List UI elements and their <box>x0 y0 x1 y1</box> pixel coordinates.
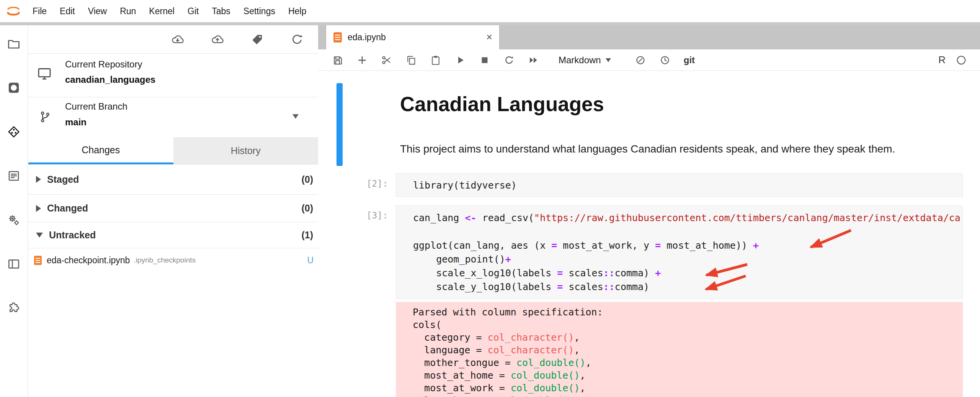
markdown-heading: Canadian Languages <box>400 92 604 116</box>
chevron-down-icon <box>36 233 43 238</box>
kernel-name[interactable]: R <box>938 54 946 66</box>
code-cell-input[interactable]: can_lang <- read_csv("https://raw.github… <box>396 205 963 299</box>
run-icon[interactable] <box>454 54 466 66</box>
markdown-paragraph: This project aims to understand what lan… <box>400 143 895 155</box>
current-repository-name: canadian_languages <box>65 74 155 85</box>
current-branch-label: Current Branch <box>65 101 127 112</box>
code-cell-input[interactable]: library(tidyverse) <box>396 173 963 197</box>
menu-settings[interactable]: Settings <box>237 6 282 16</box>
save-icon[interactable] <box>332 54 343 66</box>
git-panel-toolbar <box>28 25 318 54</box>
git-branch-icon <box>38 110 52 124</box>
section-changed[interactable]: Changed (0) <box>28 195 318 222</box>
chevron-right-icon <box>36 176 41 183</box>
section-staged[interactable]: Staged (0) <box>28 164 318 195</box>
menu-edit[interactable]: Edit <box>53 6 82 16</box>
untracked-count: (1) <box>301 230 313 241</box>
insert-cell-icon[interactable] <box>356 54 368 66</box>
tab-changes[interactable]: Changes <box>28 137 173 164</box>
git-panel: Current Repository canadian_languages Cu… <box>28 25 318 397</box>
branch-dropdown-caret-icon[interactable] <box>292 114 299 119</box>
running-sessions-icon[interactable] <box>7 80 21 95</box>
fast-forward-icon[interactable] <box>528 54 539 66</box>
notebook-content: Canadian Languages This project aims to … <box>318 71 980 397</box>
menu-help[interactable]: Help <box>282 6 313 16</box>
menu-file[interactable]: File <box>26 6 53 16</box>
file-name: eda-checkpoint.ipynb <box>47 255 130 266</box>
jupyterlab-window: File Edit View Run Kernel Git Tabs Setti… <box>0 0 980 397</box>
git-push-cloud-icon[interactable] <box>210 32 225 47</box>
file-browser-icon[interactable] <box>7 36 21 51</box>
section-untracked[interactable]: Untracked (1) <box>28 222 318 248</box>
notebook-tab-title: eda.ipynb <box>348 32 386 43</box>
git-sidebar-icon[interactable] <box>7 125 21 139</box>
stop-icon[interactable] <box>479 54 490 66</box>
file-path: .ipynb_checkpoints <box>134 256 196 264</box>
menu-kernel[interactable]: Kernel <box>142 6 181 16</box>
current-repository-label: Current Repository <box>65 59 142 70</box>
main-area: eda.ipynb × <box>318 25 980 397</box>
cell-type-value: Markdown <box>559 55 601 66</box>
left-sidebar-strip <box>0 25 28 397</box>
tab-history[interactable]: History <box>173 137 318 164</box>
chevron-right-icon <box>36 205 41 212</box>
git-diff-button[interactable]: git <box>684 55 695 66</box>
input-prompt: [2]: <box>341 179 388 189</box>
menu-tabs[interactable]: Tabs <box>205 6 237 16</box>
untracked-file-row[interactable]: eda-checkpoint.ipynb .ipynb_checkpoints … <box>28 248 318 272</box>
git-pull-cloud-icon[interactable] <box>170 32 185 47</box>
menu-run[interactable]: Run <box>113 6 142 16</box>
dock-tab-bar: eda.ipynb × <box>318 25 980 49</box>
jupyter-logo-icon <box>5 5 22 17</box>
paste-icon[interactable] <box>430 54 441 66</box>
property-inspector-icon[interactable] <box>7 213 21 227</box>
close-icon[interactable]: × <box>486 32 492 43</box>
chevron-down-icon <box>606 58 611 62</box>
input-prompt: [3]: <box>341 210 388 220</box>
untracked-label: Untracked <box>49 230 96 241</box>
menu-git[interactable]: Git <box>181 6 205 16</box>
restart-kernel-icon[interactable] <box>503 54 515 66</box>
copy-icon[interactable] <box>405 54 417 66</box>
git-refresh-icon[interactable] <box>290 32 304 47</box>
git-panel-tabs: Changes History <box>28 137 318 164</box>
notebook-tab[interactable]: eda.ipynb × <box>326 25 500 49</box>
cell-type-dropdown[interactable]: Markdown <box>559 55 611 66</box>
changed-label: Changed <box>47 203 88 214</box>
file-status-badge: U <box>307 255 314 266</box>
notebook-tab-icon <box>333 32 342 43</box>
staged-count: (0) <box>301 174 313 185</box>
menu-view[interactable]: View <box>82 6 113 16</box>
changed-count: (0) <box>301 203 313 214</box>
cell-collapser[interactable] <box>336 83 343 166</box>
kernel-indicator-group: R <box>938 54 967 66</box>
current-branch-name: main <box>65 117 87 128</box>
extensions-icon[interactable] <box>7 301 21 315</box>
repository-monitor-icon <box>37 66 52 81</box>
divider <box>28 97 318 97</box>
diff-icon[interactable] <box>635 54 646 66</box>
git-tag-icon[interactable] <box>250 32 265 47</box>
notebook-file-icon <box>34 255 42 266</box>
kernel-status-icon <box>956 54 967 66</box>
staged-label: Staged <box>47 174 79 185</box>
open-tabs-icon[interactable] <box>7 257 21 271</box>
menu-bar: File Edit View Run Kernel Git Tabs Setti… <box>0 0 980 22</box>
menubar-divider <box>0 22 980 25</box>
table-of-contents-icon[interactable] <box>7 169 21 183</box>
checkpoint-clock-icon[interactable] <box>659 54 671 66</box>
cell-output-stderr: Parsed with column specification:cols( c… <box>396 302 963 397</box>
cut-icon[interactable] <box>381 54 392 66</box>
notebook-toolbar: Markdown git R <box>318 49 980 71</box>
